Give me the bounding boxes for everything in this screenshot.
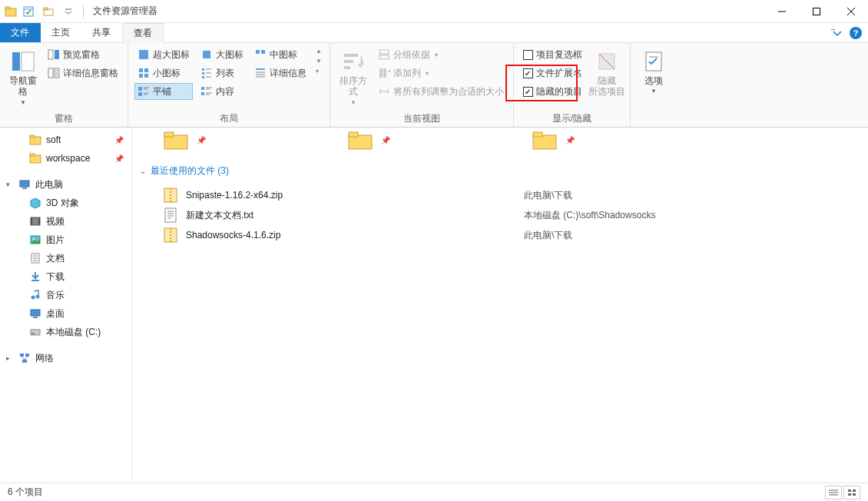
svg-rect-24 [139,74,143,78]
svg-line-91 [25,357,28,360]
nav-item-videos[interactable]: 视频 [0,212,131,231]
svg-rect-94 [349,135,372,149]
tab-share[interactable]: 共享 [81,23,122,42]
nav-item-documents[interactable]: 文档 [0,249,131,267]
nav-item-network[interactable]: ▸ 网络 [0,349,131,367]
add-columns-button[interactable]: +添加列▾ [375,65,507,81]
thumbnails-view-toggle[interactable] [843,486,860,499]
svg-rect-45 [256,50,260,54]
zip-icon [163,187,178,203]
svg-rect-33 [202,68,204,71]
group-by-button[interactable]: 分组依据▾ [375,46,507,63]
close-button[interactable] [833,0,868,23]
svg-rect-56 [379,68,383,78]
svg-rect-15 [55,50,59,59]
file-row[interactable]: 新建文本文档.txt 本地磁盘 (C:)\soft\Shadowsocks [140,205,860,225]
layout-gallery-expand[interactable]: ▾ [314,66,323,76]
item-checkboxes-toggle[interactable]: 项目复选框 [520,46,585,63]
nav-item-3d-objects[interactable]: 3D 对象 [0,194,131,212]
preview-pane-button[interactable]: 预览窗格 [45,46,121,63]
layout-content[interactable]: 内容 [197,83,247,100]
checkbox-checked-icon: ✔ [523,87,533,97]
minimize-button[interactable] [764,0,799,23]
file-name: Snipaste-1.16.2-x64.zip [186,190,524,201]
folder-item-stub[interactable]: 📌 [163,131,301,149]
recent-files-header[interactable]: ⌄ 最近使用的文件 (3) [140,164,860,178]
svg-rect-100 [165,208,176,222]
chevron-down-icon: ▾ [6,181,14,188]
content-area: soft📌 workspace📌 ▾ 此电脑 3D 对象 视频 图片 文档 下载… [0,128,868,483]
svg-rect-23 [144,68,148,72]
svg-rect-12 [12,52,20,71]
window-title: 文件资源管理器 [93,5,157,18]
svg-rect-88 [25,353,29,357]
svg-rect-92 [164,135,187,149]
help-button[interactable]: ? [850,27,862,39]
sort-by-button[interactable]: 排序方式 ▼ [336,46,370,106]
tab-home[interactable]: 主页 [41,23,81,42]
navigation-tree[interactable]: soft📌 workspace📌 ▾ 此电脑 3D 对象 视频 图片 文档 下载… [0,128,132,483]
file-row[interactable]: Snipaste-1.16.2-x64.zip 此电脑\下载 [140,185,860,205]
svg-marker-70 [31,198,40,208]
hide-selected-button[interactable]: 隐藏 所选项目 [590,46,624,98]
folder-item-stub[interactable]: 📌 [532,131,670,149]
minimize-ribbon-button[interactable] [831,29,843,37]
file-path: 此电脑\下载 [524,189,572,202]
nav-item-workspace[interactable]: workspace📌 [0,149,131,168]
ribbon-group-options: 选项 ▼ [631,43,677,127]
layout-medium-icons[interactable]: 中图标 [251,46,310,63]
qat-properties-button[interactable] [20,3,37,20]
svg-rect-54 [379,50,389,54]
tab-file[interactable]: 文件 [0,23,41,42]
tab-view[interactable]: 查看 [122,23,164,43]
hidden-items-toggle[interactable]: ✔隐藏的项目 [520,83,585,100]
options-button[interactable]: 选项 ▼ [637,46,671,95]
svg-rect-13 [22,52,34,71]
ribbon-group-layout-label: 布局 [134,111,323,125]
svg-rect-52 [344,60,353,63]
svg-rect-25 [144,74,148,78]
file-name: Shadowsocks-4.1.6.zip [186,230,524,241]
nav-item-this-pc[interactable]: ▾ 此电脑 [0,175,131,194]
nav-item-desktop[interactable]: 桌面 [0,304,131,323]
details-pane-button[interactable]: 详细信息窗格 [45,65,121,81]
layout-gallery-up[interactable]: ▲ [314,46,323,56]
size-all-columns-button[interactable]: 将所有列调整为合适的大小 [375,83,507,100]
chevron-down-icon: ⌄ [140,167,146,175]
details-view-toggle[interactable] [825,486,842,499]
layout-list[interactable]: 列表 [197,65,247,81]
maximize-button[interactable] [799,0,833,23]
file-list-area[interactable]: 📌 📌 📌 ⌄ 最近使用的文件 (3) Snipaste-1.16.2-x64.… [132,128,868,483]
qat-customize-button[interactable] [60,3,77,20]
svg-rect-72 [31,217,32,225]
svg-rect-53 [344,66,350,69]
layout-details[interactable]: 详细信息 [251,65,310,81]
svg-rect-67 [30,154,35,156]
layout-gallery-down[interactable]: ▼ [314,56,323,66]
svg-rect-46 [261,50,265,54]
layout-extra-large-icons[interactable]: 超大图标 [134,46,193,63]
file-path: 本地磁盘 (C:)\soft\Shadowsocks [524,209,655,222]
folder-item-stub[interactable]: 📌 [347,131,485,149]
layout-tiles[interactable]: 平铺 [134,83,193,100]
ribbon-group-current-view: 排序方式 ▼ 分组依据▾ +添加列▾ 将所有列调整为合适的大小 当前视图 [330,43,514,127]
svg-rect-73 [38,217,40,225]
file-row[interactable]: Shadowsocks-4.1.6.zip 此电脑\下载 [140,225,860,245]
svg-rect-111 [853,489,856,492]
svg-point-81 [31,296,35,300]
nav-item-soft[interactable]: soft📌 [0,131,131,149]
checkbox-checked-icon: ✔ [523,68,533,78]
nav-item-music[interactable]: 音乐 [0,286,131,304]
status-bar: 6 个项目 [0,483,868,501]
nav-item-downloads[interactable]: 下载 [0,267,131,286]
chevron-right-icon: ▸ [6,354,14,362]
layout-small-icons[interactable]: 小图标 [134,65,193,81]
layout-large-icons[interactable]: 大图标 [197,46,247,63]
qat-new-folder-button[interactable] [40,3,57,20]
svg-rect-89 [22,360,27,363]
nav-item-local-disk[interactable]: 本地磁盘 (C:) [0,323,131,341]
file-extensions-toggle[interactable]: ✔文件扩展名 [520,65,585,81]
svg-rect-57 [383,68,386,78]
nav-item-pictures[interactable]: 图片 [0,231,131,249]
navigation-pane-button[interactable]: 导航窗格 ▼ [6,46,40,106]
